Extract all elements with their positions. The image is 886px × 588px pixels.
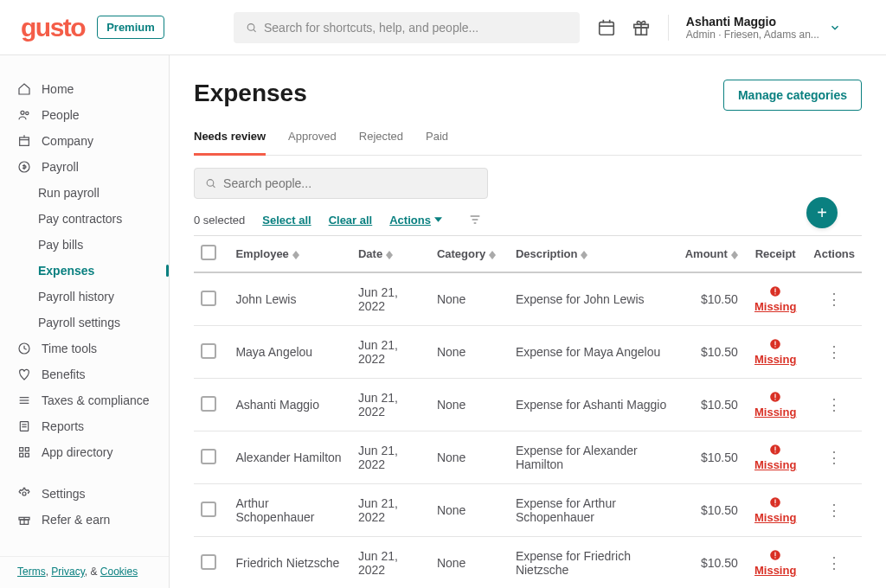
sidebar-item-run-payroll[interactable]: Run payroll <box>0 180 169 206</box>
people-search-input[interactable] <box>223 176 477 190</box>
receipt-missing-link[interactable]: Missing <box>754 564 796 577</box>
cell-description: Expense for Maya Angelou <box>509 326 675 379</box>
terms-link[interactable]: Terms <box>17 566 46 578</box>
sidebar-item-home[interactable]: Home <box>0 76 169 102</box>
cell-date: Jun 21, 2022 <box>351 431 430 484</box>
add-expense-button[interactable]: + <box>806 197 838 228</box>
sidebar-item-company[interactable]: Company <box>0 128 169 154</box>
col-employee[interactable]: Employee <box>235 247 288 260</box>
sidebar-item-taxes-compliance[interactable]: Taxes & compliance <box>0 387 169 413</box>
user-menu[interactable]: Ashanti Maggio Admin · Friesen, Adams an… <box>668 15 841 41</box>
row-actions-menu[interactable]: ⋮ <box>826 396 842 413</box>
people-search[interactable] <box>194 168 488 199</box>
row-actions-menu[interactable]: ⋮ <box>826 502 842 519</box>
receipt-missing-link[interactable]: Missing <box>754 458 796 471</box>
caret-down-icon <box>434 217 442 222</box>
tab-rejected[interactable]: Rejected <box>359 121 403 155</box>
table-row: Friedrich Nietzsche Jun 21, 2022 None Ex… <box>194 537 862 589</box>
sort-icon[interactable] <box>581 251 587 259</box>
sidebar-item-pay-bills[interactable]: Pay bills <box>0 232 169 258</box>
gift-icon[interactable] <box>632 18 651 37</box>
table-row: Arthur Schopenhauer Jun 21, 2022 None Ex… <box>194 484 862 537</box>
privacy-link[interactable]: Privacy <box>51 566 84 578</box>
cell-employee: Alexander Hamilton <box>228 431 351 484</box>
col-category[interactable]: Category <box>437 247 485 260</box>
alert-icon <box>752 496 799 508</box>
sidebar-item-app-directory[interactable]: App directory <box>0 439 169 465</box>
sort-icon[interactable] <box>386 251 393 259</box>
sidebar-item-settings[interactable]: Settings <box>0 481 169 507</box>
calendar-icon[interactable] <box>597 18 616 37</box>
table-row: Ashanti Maggio Jun 21, 2022 None Expense… <box>194 379 862 431</box>
sidebar-item-label: Pay bills <box>38 238 83 252</box>
select-all-link[interactable]: Select all <box>262 214 311 227</box>
sidebar-item-expenses[interactable]: Expenses <box>0 258 169 284</box>
svg-line-31 <box>213 185 215 187</box>
filter-icon[interactable] <box>468 213 482 227</box>
sidebar-item-label: Run payroll <box>38 186 100 200</box>
manage-categories-button[interactable]: Manage categories <box>723 80 862 111</box>
row-checkbox[interactable] <box>201 502 216 517</box>
select-all-checkbox[interactable] <box>201 245 216 260</box>
sidebar-item-label: Company <box>42 134 93 148</box>
svg-rect-53 <box>775 394 776 399</box>
cell-employee: Ashanti Maggio <box>228 379 351 431</box>
cookies-link[interactable]: Cookies <box>100 566 138 578</box>
svg-rect-22 <box>20 448 23 451</box>
row-actions-menu[interactable]: ⋮ <box>826 291 842 308</box>
sidebar-item-label: Refer & earn <box>42 513 110 527</box>
receipt-missing-link[interactable]: Missing <box>754 511 796 524</box>
sidebar-item-payroll[interactable]: Payroll <box>0 154 169 180</box>
svg-rect-11 <box>20 137 29 145</box>
svg-marker-43 <box>581 255 587 259</box>
tab-approved[interactable]: Approved <box>288 121 337 155</box>
sidebar-item-reports[interactable]: Reports <box>0 413 169 439</box>
sidebar-item-label: Pay contractors <box>38 212 122 226</box>
premium-badge[interactable]: Premium <box>97 16 164 39</box>
sidebar-item-time-tools[interactable]: Time tools <box>0 336 169 361</box>
tab-paid[interactable]: Paid <box>426 121 448 155</box>
sort-icon[interactable] <box>731 251 738 259</box>
tab-needs-review[interactable]: Needs review <box>194 121 266 156</box>
receipt-missing-link[interactable]: Missing <box>754 300 796 313</box>
col-date[interactable]: Date <box>358 247 382 260</box>
row-checkbox[interactable] <box>201 396 216 412</box>
sort-icon[interactable] <box>292 251 299 259</box>
cell-amount: $10.50 <box>675 326 745 379</box>
search-icon <box>246 22 257 34</box>
row-checkbox[interactable] <box>201 343 216 359</box>
receipt-missing-link[interactable]: Missing <box>754 353 796 366</box>
page-title: Expenses <box>194 80 307 107</box>
sort-icon[interactable] <box>489 251 496 259</box>
selected-count: 0 selected <box>194 214 245 227</box>
sidebar-item-label: Settings <box>42 487 86 501</box>
row-actions-menu[interactable]: ⋮ <box>826 554 842 572</box>
cell-description: Expense for Alexander Hamilton <box>509 431 675 484</box>
row-checkbox[interactable] <box>201 291 216 306</box>
sidebar-item-payroll-settings[interactable]: Payroll settings <box>0 310 169 336</box>
receipt-missing-link[interactable]: Missing <box>754 406 796 419</box>
svg-rect-59 <box>775 500 776 504</box>
sidebar-item-people[interactable]: People <box>0 102 169 128</box>
global-search-input[interactable] <box>264 21 568 35</box>
svg-marker-45 <box>731 255 738 259</box>
svg-rect-62 <box>775 553 776 557</box>
row-checkbox[interactable] <box>201 449 216 464</box>
cell-category: None <box>430 431 509 484</box>
clear-all-link[interactable]: Clear all <box>329 214 373 227</box>
svg-rect-25 <box>25 453 29 457</box>
row-checkbox[interactable] <box>201 554 216 570</box>
sidebar-item-payroll-history[interactable]: Payroll history <box>0 284 169 310</box>
row-actions-menu[interactable]: ⋮ <box>826 343 842 361</box>
actions-dropdown[interactable]: Actions <box>389 214 442 227</box>
col-description[interactable]: Description <box>516 247 578 260</box>
svg-rect-19 <box>20 422 28 431</box>
svg-marker-39 <box>386 255 393 259</box>
row-actions-menu[interactable]: ⋮ <box>826 449 842 466</box>
sidebar-item-pay-contractors[interactable]: Pay contractors <box>0 206 169 232</box>
global-search[interactable] <box>234 12 580 43</box>
sidebar-item-benefits[interactable]: Benefits <box>0 361 169 387</box>
col-amount[interactable]: Amount <box>685 247 728 260</box>
svg-marker-32 <box>434 217 442 221</box>
sidebar-item-refer-earn[interactable]: Refer & earn <box>0 507 169 533</box>
